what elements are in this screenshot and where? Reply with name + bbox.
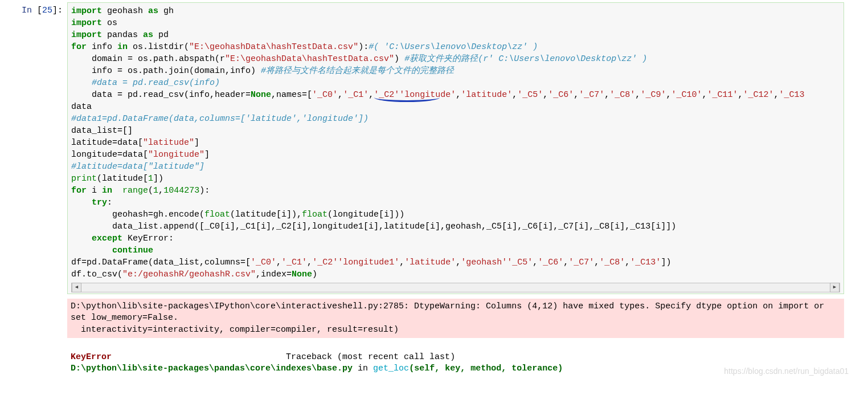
code-line[interactable]: info = os.path.join(domain,info) #将路径与文件… (71, 65, 840, 77)
code-cell: In [25]: import geohash as ghimport osim… (10, 2, 844, 294)
code-line[interactable]: try: (71, 197, 840, 209)
code-line[interactable]: except KeyError: (71, 233, 840, 245)
input-prompt: In [25]: (10, 2, 67, 15)
traceback: KeyError Traceback (most recent call las… (67, 349, 844, 377)
output-prompt-empty (10, 294, 67, 338)
code-line[interactable]: domain = os.path.abspath(r"E:\geohashDat… (71, 53, 840, 65)
traceback-area: KeyError Traceback (most recent call las… (67, 338, 844, 377)
error-name: KeyError (71, 352, 112, 362)
output-row-traceback: KeyError Traceback (most recent call las… (10, 338, 844, 377)
prompt-label: In (22, 6, 32, 15)
code-line[interactable]: data_list.append([_C0[i],_C1[i],_C2[i],l… (71, 221, 840, 233)
code-line[interactable]: data_list=[] (71, 125, 840, 137)
output-area: D:\python\lib\site-packages\IPython\core… (67, 294, 844, 338)
traceback-label: Traceback (most recent call last) (286, 352, 455, 362)
notebook: In [25]: import geohash as ghimport osim… (0, 0, 854, 379)
code-line[interactable]: longitude=data["longitude"] (71, 149, 840, 161)
code-line[interactable]: #data = pd.read_csv(info) (71, 77, 840, 89)
code-lines[interactable]: import geohash as ghimport osimport pand… (71, 5, 840, 280)
traceback-file: D:\python\lib\site-packages\pandas\core\… (71, 364, 353, 373)
code-line[interactable]: latitude=data["latitude"] (71, 137, 840, 149)
scroll-left-arrow[interactable]: ◀ (72, 283, 81, 292)
code-line[interactable]: data = pd.read_csv(info,header=None,name… (71, 89, 840, 101)
code-line[interactable]: import geohash as gh (71, 5, 840, 17)
code-line[interactable]: for info in os.listdir("E:\geohashData\h… (71, 41, 840, 53)
traceback-in: in (353, 364, 373, 373)
traceback-func: get_loc (373, 364, 409, 373)
code-line[interactable]: print(latitude[1]) (71, 173, 840, 185)
horizontal-scrollbar[interactable]: ◀ ▶ (71, 283, 840, 292)
code-editor[interactable]: import geohash as ghimport osimport pand… (67, 2, 844, 294)
stderr-warning: D:\python\lib\site-packages\IPython\core… (67, 299, 844, 338)
code-line[interactable]: for i in range(1,1044273): (71, 185, 840, 197)
traceback-spacer (112, 352, 286, 362)
code-line[interactable]: geohash=gh.encode(float(latitude[i]),flo… (71, 209, 840, 221)
code-line[interactable]: df=pd.DataFrame(data_list,columns=['_C0'… (71, 256, 840, 268)
code-line[interactable]: continue (71, 245, 840, 256)
code-line[interactable]: import os (71, 17, 840, 29)
output-prompt-empty-2 (10, 338, 67, 377)
traceback-args: (self, key, method, tolerance) (409, 364, 563, 373)
code-line[interactable]: import pandas as pd (71, 29, 840, 41)
code-line[interactable]: df.to_csv("e:/geohashR/geohashR.csv",ind… (71, 268, 840, 280)
prompt-number: 25 (42, 6, 52, 15)
code-line[interactable]: #data1=pd.DataFrame(data,columns=['latit… (71, 113, 840, 125)
output-row-stderr: D:\python\lib\site-packages\IPython\core… (10, 294, 844, 338)
code-line[interactable]: #latitude=data["latitude"] (71, 161, 840, 173)
code-line[interactable]: data (71, 101, 840, 113)
scroll-right-arrow[interactable]: ▶ (830, 283, 840, 292)
